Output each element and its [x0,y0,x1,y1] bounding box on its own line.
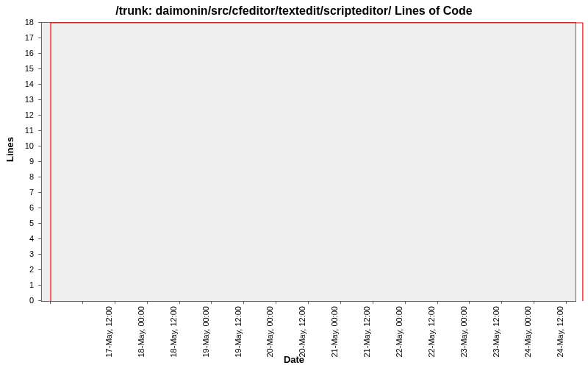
y-tick-label: 5 [29,219,34,227]
x-tick-label: 24-May, 12:00 [556,306,564,358]
x-tick-label: 20-May, 00:00 [265,306,274,358]
y-tick-label: 9 [29,157,34,166]
y-tick-label: 13 [25,95,34,104]
y-axis-ticks: 0123456789101112131415161718 [0,22,38,302]
x-tick-label: 19-May, 12:00 [233,306,242,358]
y-tick-label: 16 [25,49,34,57]
x-tick-mark [147,301,148,304]
x-tick-label: 24-May, 00:00 [523,306,532,358]
y-tick-label: 2 [29,265,34,274]
loc-chart: /trunk: daimonin/src/cfeditor/textedit/s… [0,0,588,368]
x-tick-mark [340,301,341,304]
x-tick-label: 21-May, 12:00 [362,306,371,358]
x-tick-mark [179,301,180,304]
x-tick-label: 23-May, 12:00 [491,306,500,358]
x-tick-label: 23-May, 00:00 [459,306,467,358]
x-tick-label: 17-May, 12:00 [104,306,113,358]
x-tick-mark [469,301,470,304]
x-axis-ticks: 17-May, 12:0018-May, 00:0018-May, 12:001… [41,302,576,353]
data-series [42,23,576,301]
x-tick-label: 22-May, 00:00 [394,306,403,358]
x-tick-mark [373,301,373,304]
x-axis-label: Date [0,354,588,365]
x-tick-mark [566,301,567,304]
y-tick-label: 3 [29,250,34,258]
chart-title: /trunk: daimonin/src/cfeditor/textedit/s… [0,4,588,18]
y-tick-label: 15 [25,64,34,73]
y-tick-label: 18 [25,18,34,26]
x-tick-mark [308,301,309,304]
y-tick-label: 4 [29,234,34,243]
x-tick-label: 18-May, 12:00 [168,306,177,358]
x-tick-mark [211,301,212,304]
y-tick-label: 0 [29,296,34,305]
x-tick-mark [501,301,502,304]
x-tick-mark [82,301,83,304]
y-tick-label: 17 [25,33,34,42]
y-tick-label: 8 [29,172,34,181]
y-tick-label: 7 [29,188,34,197]
x-tick-label: 21-May, 00:00 [330,306,339,358]
x-tick-mark [437,301,438,304]
x-tick-mark [50,301,51,304]
x-tick-label: 19-May, 00:00 [201,306,209,358]
y-tick-label: 1 [29,280,34,289]
x-tick-mark [115,301,115,304]
y-tick-label: 12 [25,110,34,119]
x-tick-label: 22-May, 12:00 [426,306,435,358]
x-tick-mark [405,301,406,304]
x-tick-mark [534,301,534,304]
x-tick-mark [243,301,244,304]
plot-area [41,22,576,302]
y-tick-label: 10 [25,141,34,150]
y-tick-label: 6 [29,203,34,212]
y-tick-label: 11 [25,126,34,135]
x-tick-mark [276,301,276,304]
x-tick-label: 18-May, 00:00 [136,306,145,358]
x-tick-label: 20-May, 12:00 [298,306,306,358]
y-tick-label: 14 [25,79,34,88]
